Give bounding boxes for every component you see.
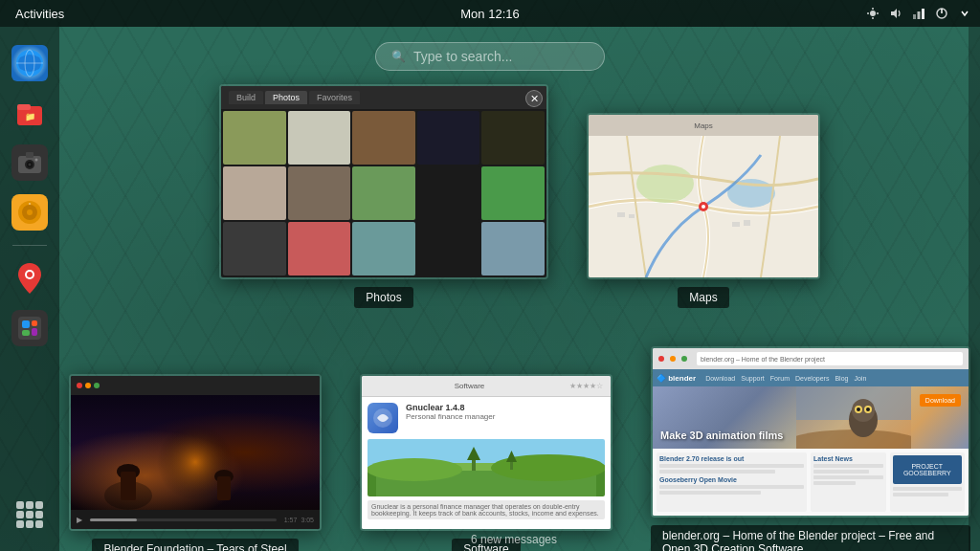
blender-hero-image	[796, 386, 911, 449]
power-icon[interactable]	[934, 6, 949, 21]
blender-nav-support: Support	[741, 375, 765, 382]
blender-project-box: PROJECTGOOSEBERRY	[893, 455, 963, 484]
svg-point-26	[29, 203, 31, 205]
svg-rect-33	[32, 328, 37, 336]
photos-close-button[interactable]: ✕	[525, 90, 543, 107]
svg-point-28	[27, 272, 33, 277]
blender-line-2	[659, 470, 775, 474]
network-icon[interactable]	[911, 6, 926, 21]
topbar-clock: Mon 12:16	[460, 7, 519, 21]
photo-cell-13	[352, 222, 415, 276]
maps-label: Maps	[678, 287, 728, 308]
svg-rect-15	[17, 104, 31, 110]
blender-download-button[interactable]: Download	[920, 394, 961, 407]
blender-nav: 🔷 blender Download Support Forum Develop…	[653, 369, 969, 386]
photos-window: Build Photos Favorites	[221, 86, 546, 277]
photo-cell-10	[481, 166, 545, 220]
chevron-down-icon[interactable]	[957, 6, 972, 21]
photo-cell-14	[417, 222, 480, 276]
video-progress	[90, 518, 277, 521]
photo-cell-12	[288, 222, 351, 276]
appgrid-icon	[16, 501, 43, 528]
search-input-wrapper[interactable]: 🔍	[375, 42, 605, 71]
statusbar: 6 new messages	[59, 528, 969, 551]
svg-point-42	[702, 205, 705, 209]
brightness-icon[interactable]	[865, 6, 880, 21]
browser-url[interactable]: blender.org – Home of the Blender projec…	[697, 352, 963, 365]
search-input[interactable]	[413, 49, 589, 64]
window-item-blender-web[interactable]: blender.org – Home of the Blender projec…	[651, 346, 970, 551]
volume-icon[interactable]	[888, 6, 903, 21]
play-icon[interactable]: ▶	[77, 516, 82, 524]
video-body	[71, 395, 320, 510]
photos-tab-photos[interactable]: Photos	[265, 91, 307, 104]
blender-latest-title: Latest News	[813, 455, 883, 462]
blender-web-thumbnail[interactable]: blender.org – Home of the Blender projec…	[651, 346, 970, 518]
dock-item-files[interactable]: 📁	[9, 92, 51, 134]
svg-rect-40	[744, 220, 750, 226]
video-time: 1:57	[284, 517, 298, 523]
svg-point-54	[368, 458, 462, 481]
software-screenshot	[368, 439, 605, 496]
blender-nav-download: Download	[705, 375, 735, 382]
windows-row-1: ✕ Build Photos Favorites	[78, 84, 961, 308]
blender-hero: Make 3D animation films Download	[653, 386, 969, 449]
statusbar-text: 6 new messages	[471, 533, 557, 546]
software-app-row: Gnuclear 1.4.8 Personal finance manager	[368, 403, 605, 433]
svg-rect-6	[913, 14, 916, 19]
window-item-blender-video[interactable]: ▶ 1:57 3:05 Blender Foundation – Tears o…	[69, 374, 322, 551]
svg-text:📁: 📁	[25, 111, 36, 122]
photo-cell-3	[352, 111, 415, 165]
software-thumbnail[interactable]: Software ★★★★☆	[360, 374, 612, 531]
blender-col-project: PROJECTGOOSEBERRY	[890, 452, 966, 512]
main-content: ✕ Build Photos Favorites	[59, 27, 980, 551]
software-app-name: Gnuclear 1.4.8	[406, 403, 605, 412]
dock-item-appgrid[interactable]	[9, 494, 51, 536]
svg-rect-29	[18, 317, 41, 340]
maps-titlebar: Maps	[589, 115, 818, 136]
svg-rect-7	[918, 11, 921, 19]
activities-button[interactable]: Activities	[8, 7, 72, 21]
blender-latest-line-4	[813, 481, 856, 485]
software-app-info: Gnuclear 1.4.8 Personal finance manager	[406, 403, 605, 421]
maps-thumbnail[interactable]: Maps	[587, 113, 820, 279]
svg-point-35	[636, 165, 694, 203]
photos-tab-build[interactable]: Build	[229, 91, 263, 104]
blender-nav-join: Join	[854, 375, 866, 382]
blender-gooseberry-title: Gooseberry Open Movie	[659, 476, 804, 483]
photo-cell-7	[288, 166, 351, 220]
svg-rect-49	[217, 476, 231, 500]
blender-hero-title: Make 3D animation films	[660, 430, 783, 441]
blender-video-thumbnail[interactable]: ▶ 1:57 3:05	[69, 374, 322, 531]
software-window: Software ★★★★☆	[362, 376, 611, 529]
software-app-desc: Personal finance manager	[406, 412, 605, 421]
dock-item-firefox[interactable]	[9, 42, 51, 84]
photos-thumbnail[interactable]: ✕ Build Photos Favorites	[219, 84, 548, 279]
blender-web-body: 🔷 blender Download Support Forum Develop…	[653, 369, 969, 516]
maps-window: Maps	[589, 115, 818, 277]
photo-cell-5	[481, 111, 545, 165]
blender-nav-forum: Forum	[770, 375, 790, 382]
dock-item-music[interactable]	[9, 191, 51, 233]
window-item-maps[interactable]: Maps	[587, 113, 820, 308]
video-figures-svg	[71, 414, 320, 510]
window-item-software[interactable]: Software ★★★★☆	[360, 374, 612, 551]
video-duration: 3:05	[301, 517, 314, 523]
blender-project-text: PROJECTGOOSEBERRY	[903, 463, 951, 476]
video-progress-fill	[90, 518, 137, 521]
blender-hero-text-container: Make 3D animation films	[660, 430, 783, 441]
dock: 📁	[0, 27, 59, 551]
svg-marker-5	[891, 9, 897, 18]
window-item-photos[interactable]: ✕ Build Photos Favorites	[219, 84, 548, 308]
photos-tab-favorites[interactable]: Favorites	[309, 91, 360, 104]
svg-rect-32	[32, 320, 37, 326]
dock-item-camera[interactable]	[9, 142, 51, 184]
dock-item-software[interactable]	[9, 307, 51, 349]
right-strip	[969, 27, 980, 551]
photo-cell-6	[223, 166, 286, 220]
blender-latest-line-2	[813, 470, 869, 474]
blender-latest-line-3	[813, 475, 883, 479]
svg-rect-37	[617, 212, 625, 217]
svg-point-21	[29, 164, 32, 166]
dock-item-maps[interactable]	[9, 257, 51, 299]
